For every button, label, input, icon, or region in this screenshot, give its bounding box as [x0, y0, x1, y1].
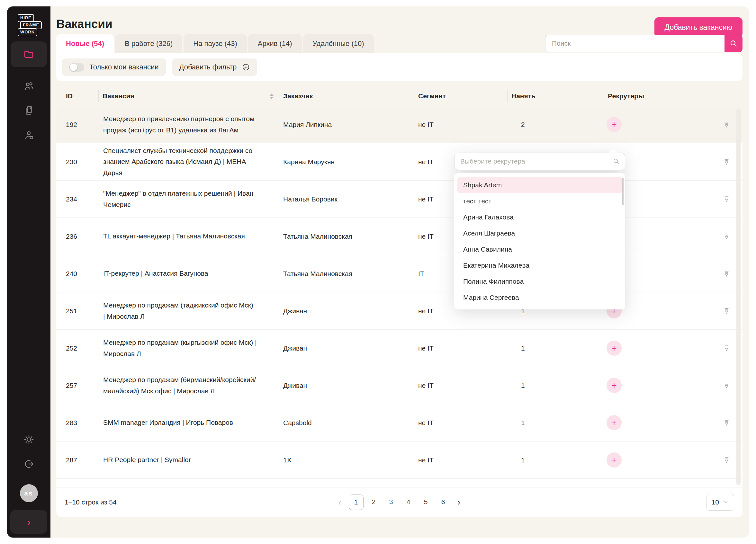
- recruiter-name: Арина Галахова: [463, 213, 514, 221]
- row-actions: [699, 195, 743, 204]
- funnel-icon[interactable]: [722, 456, 731, 464]
- search-input[interactable]: [545, 35, 725, 52]
- next-page-icon[interactable]: ›: [454, 497, 464, 507]
- funnel-icon[interactable]: [722, 269, 731, 278]
- filter-bar: Только мои вакансии Добавить фильтр: [56, 53, 743, 81]
- app-window: HIRE FRAME WORK: [7, 6, 749, 538]
- funnel-icon[interactable]: [722, 344, 731, 352]
- row-hire-count: 1: [508, 382, 604, 389]
- page-size-select[interactable]: 10: [706, 494, 734, 511]
- page-number-button[interactable]: 2: [367, 494, 381, 509]
- row-vacancy-title: Менеджер по продажам (кыргызский офис Мс…: [99, 337, 279, 359]
- table-row[interactable]: 251 Менеджер по продажам (таджикский офи…: [56, 292, 743, 330]
- add-recruiter-button[interactable]: +: [607, 378, 622, 393]
- plus-icon: +: [611, 344, 617, 353]
- search-button[interactable]: [725, 35, 743, 52]
- tab[interactable]: Новые (54): [56, 34, 114, 53]
- recruiter-option[interactable]: Shpak Artem: [457, 177, 622, 193]
- row-customer: Татьяна Малиновская: [279, 233, 414, 240]
- table-row[interactable]: 240 IT-рекрутер | Анастасия Багунова Тат…: [56, 255, 743, 292]
- recruiter-option[interactable]: Аселя Шаграева: [457, 225, 622, 241]
- logout-icon: [23, 458, 34, 469]
- add-recruiter-button[interactable]: +: [607, 415, 622, 430]
- page-number-button[interactable]: 6: [436, 494, 450, 509]
- page-number-button[interactable]: 4: [401, 494, 416, 509]
- sidebar-item-users[interactable]: [23, 130, 34, 141]
- page-number-button[interactable]: 5: [419, 494, 433, 509]
- table-row[interactable]: 234 "Менеджер" в отдел платежных решений…: [56, 181, 743, 218]
- row-recruiters: +: [604, 117, 699, 132]
- row-actions: [699, 158, 743, 166]
- tab-label: На паузе (43): [193, 40, 237, 48]
- sidebar-item-candidates[interactable]: [23, 81, 34, 92]
- sidebar-item-logout[interactable]: [23, 458, 34, 469]
- tabs: Новые (54)В работе (326)На паузе (43)Арх…: [56, 34, 743, 53]
- column-header-segment: Сегмент: [414, 86, 508, 106]
- toggle-switch[interactable]: [69, 63, 84, 72]
- recruiter-option[interactable]: Марина Сергеева: [457, 289, 622, 305]
- tab[interactable]: Архив (14): [248, 34, 302, 53]
- funnel-icon[interactable]: [722, 120, 731, 129]
- avatar[interactable]: as: [20, 484, 38, 502]
- row-recruiters: +: [604, 378, 699, 393]
- add-recruiter-button[interactable]: +: [607, 452, 622, 467]
- toggle-label: Только мои вакансии: [89, 63, 159, 71]
- table-row[interactable]: 257 Менеджер по продажам (бирманский/кор…: [56, 367, 743, 404]
- sidebar-item-settings[interactable]: [23, 434, 34, 445]
- recruiter-name: Марина Сергеева: [463, 294, 519, 301]
- sort-icon[interactable]: [270, 94, 274, 99]
- add-filter-button[interactable]: Добавить фильтр: [172, 59, 257, 76]
- sidebar-expand-button[interactable]: ›: [10, 510, 47, 534]
- page-number-button[interactable]: 1: [349, 494, 364, 510]
- row-vacancy-title: Менеджер по продажам (бирманский/корейск…: [99, 374, 279, 396]
- my-vacancies-toggle[interactable]: Только мои вакансии: [62, 59, 166, 76]
- recruiter-option[interactable]: тест тест: [457, 193, 622, 209]
- funnel-icon[interactable]: [722, 195, 731, 204]
- people-icon: [23, 81, 34, 92]
- sidebar-item-documents[interactable]: [23, 105, 34, 116]
- row-id: 240: [56, 270, 99, 277]
- page-number-button[interactable]: 3: [384, 494, 398, 509]
- table-row[interactable]: 236 TL аккаунт-менеджер | Татьяна Малино…: [56, 218, 743, 255]
- recruiter-option[interactable]: Анна Савилина: [457, 241, 622, 258]
- recruiter-search-input[interactable]: [460, 157, 613, 166]
- table-scrollbar[interactable]: [736, 109, 741, 485]
- add-recruiter-button[interactable]: +: [607, 117, 622, 132]
- table-footer: 1–10 строк из 54 ‹ 123456 › 10: [56, 487, 743, 517]
- tab-label: В работе (326): [125, 40, 173, 48]
- row-id: 287: [56, 456, 99, 464]
- row-id: 234: [56, 195, 99, 203]
- row-customer: Capsbold: [279, 419, 414, 427]
- funnel-icon[interactable]: [722, 418, 731, 427]
- row-customer: Дживан: [279, 344, 414, 352]
- recruiter-option[interactable]: Екатерина Михалева: [457, 258, 622, 273]
- table-row[interactable]: 252 Менеджер по продажам (кыргызский офи…: [56, 330, 743, 367]
- sidebar-item-vacancies[interactable]: [11, 41, 47, 67]
- tab-label: Архив (14): [258, 40, 292, 48]
- tab[interactable]: На паузе (43): [184, 34, 247, 53]
- prev-page-icon[interactable]: ‹: [335, 497, 346, 507]
- funnel-icon[interactable]: [722, 381, 731, 390]
- dropdown-scrollbar[interactable]: [622, 178, 624, 205]
- funnel-icon[interactable]: [722, 232, 731, 241]
- table-row[interactable]: 230 Специалист службы технической поддер…: [56, 143, 743, 181]
- toggle-knob: [70, 64, 77, 71]
- tab[interactable]: В работе (326): [115, 34, 182, 53]
- funnel-icon[interactable]: [722, 306, 731, 315]
- add-recruiter-button[interactable]: +: [607, 340, 622, 356]
- plus-circle-icon: [242, 63, 250, 71]
- row-actions: [699, 120, 743, 129]
- row-id: 192: [56, 121, 99, 129]
- column-header-customer: Заказчик: [279, 86, 414, 106]
- recruiter-option[interactable]: Арина Галахова: [457, 209, 622, 225]
- tab[interactable]: Удалённые (10): [303, 34, 374, 53]
- table-row[interactable]: 192 Менеджер по привлечению партнеров с …: [56, 106, 743, 143]
- funnel-icon[interactable]: [722, 158, 731, 166]
- sidebar: HIRE FRAME WORK: [7, 6, 50, 538]
- table-row[interactable]: 283 SMM manager Ирландия | Игорь Поваров…: [56, 404, 743, 441]
- table-row[interactable]: 287 HR People partner | Symallor 1X не I…: [56, 441, 743, 479]
- gear-icon: [23, 434, 34, 445]
- row-vacancy-title: Менеджер по продажам (таджикский офис Мс…: [99, 300, 279, 322]
- recruiter-option[interactable]: Полина Филиппова: [457, 273, 622, 289]
- row-hire-count: 2: [508, 121, 604, 129]
